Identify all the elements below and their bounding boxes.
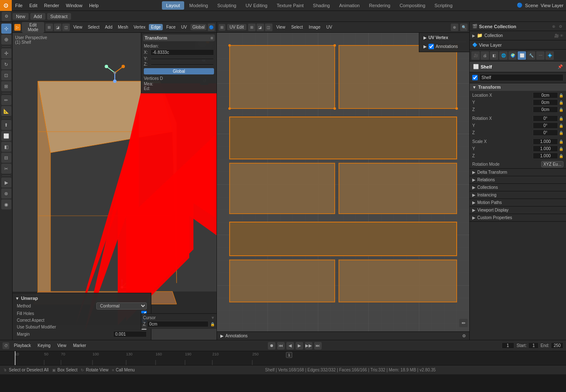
record-btn[interactable]: ⏺ (268, 342, 275, 350)
scale-x-value[interactable]: 1.000 (533, 138, 558, 145)
tab-uv-editing[interactable]: UV Editing (241, 1, 272, 10)
annotations-settings-icon[interactable]: ⚙ (462, 334, 466, 338)
loop-cut-btn[interactable]: ⊟ (1, 153, 11, 163)
transform-z-value[interactable] (151, 64, 214, 65)
transform-x-value[interactable]: -6.8333c (151, 49, 214, 56)
rot-y-value[interactable]: 0° (533, 122, 558, 129)
menu-help[interactable]: Help (86, 3, 102, 8)
uv-right-icon-1[interactable]: ⊕ (451, 24, 458, 31)
prev-frame-btn[interactable]: ◀ (286, 342, 294, 350)
tab-layout[interactable]: Layout (162, 1, 184, 10)
rotation-mode-dropdown[interactable]: XYZ Eu... (541, 161, 563, 167)
select-tool-btn[interactable]: ⊹ (1, 24, 11, 34)
loc-y-lock[interactable]: 🔒 (559, 101, 563, 105)
add-button[interactable]: Add (30, 13, 45, 20)
uv-search-icon[interactable]: 🔍 (460, 24, 468, 31)
collection-render-icon[interactable]: 🎥 (554, 34, 559, 38)
relations-section[interactable]: ▶ Relations (470, 176, 566, 184)
playback-dropdown[interactable]: Playback (12, 342, 33, 349)
annotations-expand[interactable]: ▶ (423, 44, 427, 49)
scene-collection-settings-icon[interactable]: ⚙ (558, 24, 563, 29)
menu-render[interactable]: Render (41, 3, 63, 8)
marker-menu[interactable]: Marker (71, 342, 88, 349)
global-btn[interactable]: Global (144, 68, 214, 74)
rot-x-value[interactable]: 0° (533, 115, 558, 122)
loc-y-value[interactable]: 0cm (533, 99, 558, 106)
view-menu-btn[interactable]: View (71, 24, 85, 30)
viewport-type-btn-2[interactable]: ◪ (54, 24, 61, 31)
inset-btn[interactable]: ⬜ (1, 131, 11, 141)
rot-z-lock[interactable]: 🔒 (559, 131, 563, 135)
props-icon-output[interactable]: 🖨 (481, 51, 489, 60)
edge-menu-btn[interactable]: Edge (149, 24, 163, 30)
uv-view-menu[interactable]: View (274, 24, 288, 30)
transform-collapse-icon[interactable]: ≡ (211, 35, 213, 40)
vertex-menu-btn[interactable]: Vertex (132, 24, 148, 30)
method-dropdown[interactable]: Conformal (96, 302, 147, 310)
viewport-type-btn-3[interactable]: ◫ (62, 24, 70, 31)
snap-icon[interactable]: 🔵 (208, 24, 215, 31)
end-value[interactable]: 250 (551, 342, 563, 349)
collection-vis-icon[interactable]: 👁 (560, 34, 563, 38)
instancing-section[interactable]: ▶ Instancing (470, 191, 566, 199)
scale-tool-btn[interactable]: ⊡ (1, 70, 11, 80)
start-value[interactable]: 1 (528, 342, 539, 349)
measure-btn[interactable]: 📐 (1, 106, 11, 116)
props-icon-object[interactable]: ⬜ (518, 51, 526, 60)
annotations-expand-btn[interactable]: ▶ (220, 334, 224, 338)
custom-properties-section[interactable]: ▶ Custom Properties (470, 214, 566, 222)
unwrap-toggle-icon[interactable]: ▼ (15, 296, 19, 301)
loc-z-value[interactable]: 0cm (533, 106, 558, 113)
tab-scripting[interactable]: Scripting (430, 1, 457, 10)
props-icon-render[interactable]: 🎥 (471, 51, 480, 60)
props-icon-world[interactable]: 🌍 (508, 51, 517, 60)
delta-transform-section[interactable]: ▶ Delta Transform (470, 169, 566, 176)
uv-header-icon-1[interactable]: ⊞ (248, 24, 256, 31)
timeline-view-menu[interactable]: View (55, 342, 69, 349)
props-icon-physics[interactable]: 💠 (545, 51, 554, 60)
transform-section-expand[interactable]: ▼ (472, 85, 476, 90)
next-frame-btn[interactable]: ▶▶ (305, 342, 312, 350)
margin-input[interactable] (113, 331, 147, 337)
uv-select-menu[interactable]: Select (289, 24, 305, 30)
menu-edit[interactable]: Edit (26, 3, 41, 8)
cursor-tool-btn[interactable]: ⊕ (1, 34, 11, 45)
scene-name[interactable]: Scene (525, 3, 538, 8)
props-icon-particles[interactable]: ⋯ (536, 51, 545, 60)
timeline-cursor[interactable] (15, 351, 16, 365)
viewport-type-btn-1[interactable]: ⊞ (45, 24, 53, 31)
transform-tool-btn[interactable]: ⊞ (1, 81, 11, 91)
rot-x-lock[interactable]: 🔒 (559, 117, 563, 121)
subtract-button[interactable]: Subtract (47, 13, 71, 20)
menu-file[interactable]: File (12, 3, 26, 8)
new-button[interactable]: New (13, 13, 29, 20)
shrink-fatten-btn[interactable]: ⊗ (1, 188, 11, 199)
viewport-display-section[interactable]: ▶ Viewport Display (470, 207, 566, 214)
uv-pen-icon[interactable]: ✏ (459, 319, 468, 327)
knife-btn[interactable]: ✂ (1, 164, 11, 174)
props-icon-modifiers[interactable]: 🔧 (527, 51, 535, 60)
tab-animation[interactable]: Animation (335, 1, 364, 10)
rot-y-lock[interactable]: 🔒 (559, 124, 563, 128)
motion-paths-section[interactable]: ▶ Motion Paths (470, 199, 566, 207)
loc-x-lock[interactable]: 🔒 (559, 93, 563, 98)
object-visible-checkbox[interactable] (472, 75, 478, 80)
uv-menu-btn[interactable]: UV (179, 24, 189, 30)
play-btn[interactable]: ▶ (296, 342, 303, 350)
scale-x-lock[interactable]: 🔒 (559, 140, 563, 144)
shelf-name[interactable]: Shelf (481, 64, 556, 69)
face-menu-btn[interactable]: Face (164, 24, 177, 30)
uv-vertex-expand[interactable]: ▶ (423, 35, 427, 40)
uv-editor-content[interactable]: ▶ UV Vertex ▶ Annotations ▶ Annotations … (217, 33, 469, 340)
mesh-menu-btn[interactable]: Mesh (116, 24, 130, 30)
scale-z-lock[interactable]: 🔒 (559, 154, 563, 158)
bevel-btn[interactable]: ◧ (1, 142, 11, 152)
props-icon-view-layer[interactable]: ◧ (490, 51, 498, 60)
tab-compositing[interactable]: Compositing (395, 1, 429, 10)
props-icon-scene[interactable]: 🌐 (499, 51, 508, 60)
tab-texture-paint[interactable]: Texture Paint (272, 1, 308, 10)
select-menu-btn[interactable]: Select (86, 24, 102, 30)
scale-y-value[interactable]: 1.000 (533, 146, 558, 152)
timeline-ruler[interactable]: 10 50 70 100 130 160 190 210 250 1 (0, 351, 566, 365)
current-frame-display[interactable]: 1 (502, 342, 514, 349)
